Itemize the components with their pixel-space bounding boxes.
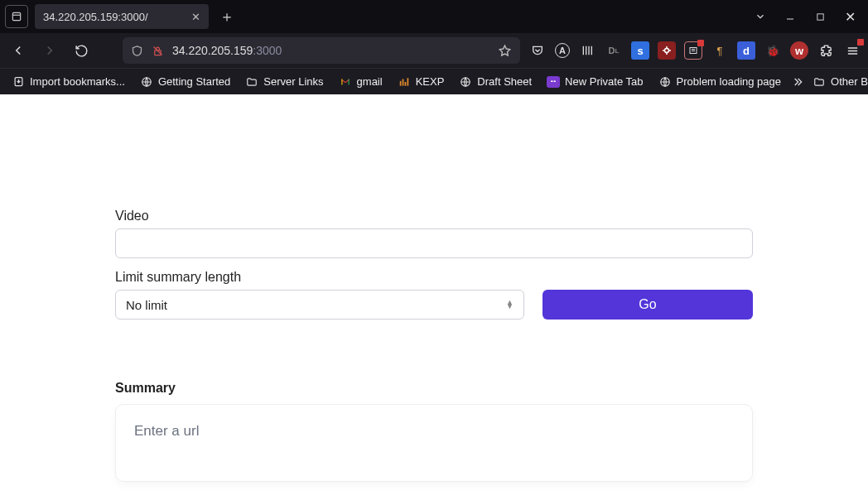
summary-card: Enter a url [115, 404, 753, 482]
ext-grid-icon[interactable] [578, 41, 596, 60]
svg-rect-10 [407, 78, 408, 85]
pocket-icon[interactable] [528, 41, 547, 60]
bookmarks-bar: Import bookmarks... Getting Started Serv… [0, 68, 868, 94]
bookmark-server-links[interactable]: Server Links [239, 72, 330, 92]
svg-point-13 [554, 80, 557, 82]
limit-field-group: Limit summary length No limit ▲▼ [115, 270, 524, 320]
url-bar[interactable]: 34.220.205.159:3000 [123, 37, 520, 64]
new-tab-button[interactable]: ＋ [215, 5, 239, 28]
mask-icon [547, 76, 560, 88]
limit-selected-value: No limit [126, 298, 167, 312]
toolbar-extensions: A DL s ¶ d 🐞 w [528, 41, 861, 60]
navbar: 34.220.205.159:3000 A DL s ¶ d � [0, 33, 868, 68]
close-tab-icon[interactable]: ✕ [191, 11, 200, 23]
import-bookmarks[interactable]: Import bookmarks... [5, 72, 132, 92]
ext-bug-icon[interactable]: 🐞 [764, 41, 782, 60]
video-input[interactable] [115, 228, 753, 258]
svg-rect-7 [399, 80, 401, 85]
tabs-dropdown-icon[interactable] [752, 8, 769, 25]
select-chevron-icon: ▲▼ [506, 300, 514, 309]
page-content: Video Limit summary length No limit ▲▼ G… [0, 94, 868, 495]
browser-chrome: 34.220.205.159:3000/ ✕ ＋ ✕ [0, 0, 868, 94]
svg-rect-0 [12, 12, 20, 20]
go-button[interactable]: Go [542, 290, 753, 320]
folder-icon [245, 75, 258, 89]
import-icon [12, 75, 25, 89]
bookmark-new-private-tab[interactable]: New Private Tab [540, 72, 649, 91]
insecure-lock-icon [152, 45, 164, 57]
ublock-icon[interactable] [658, 41, 676, 60]
extensions-icon[interactable] [817, 41, 835, 60]
svg-rect-9 [404, 82, 406, 86]
ext-a-icon[interactable]: A [555, 43, 570, 58]
folder-icon [813, 75, 826, 89]
ext-key-icon[interactable]: ¶ [711, 41, 729, 60]
bars-icon [398, 75, 411, 89]
ext-dl-icon[interactable]: DL [605, 41, 623, 60]
recent-icon[interactable] [5, 5, 28, 28]
bookmark-draft-sheet[interactable]: Draft Sheet [452, 72, 538, 92]
limit-label: Limit summary length [115, 270, 524, 285]
bookmark-getting-started[interactable]: Getting Started [133, 72, 237, 92]
globe-icon [140, 75, 153, 89]
other-bookmarks[interactable]: Other Bookmarks [806, 72, 868, 92]
close-window-icon[interactable]: ✕ [841, 8, 858, 25]
forward-button [38, 39, 61, 62]
ext-news-icon[interactable] [684, 41, 702, 60]
tab-title: 34.220.205.159:3000/ [43, 11, 148, 23]
video-label: Video [115, 209, 753, 223]
limit-select[interactable]: No limit ▲▼ [115, 290, 524, 320]
gmail-icon [339, 75, 352, 89]
globe-icon [459, 75, 472, 89]
minimize-icon[interactable] [782, 8, 798, 25]
summary-heading: Summary [115, 381, 753, 396]
bookmark-gmail[interactable]: gmail [332, 72, 389, 92]
bookmark-kexp[interactable]: KEXP [391, 72, 451, 92]
browser-tab[interactable]: 34.220.205.159:3000/ ✕ [35, 4, 209, 29]
bookmark-problem-loading[interactable]: Problem loading page [652, 72, 788, 92]
globe-icon [658, 75, 672, 89]
svg-rect-1 [817, 13, 822, 19]
bookmarks-overflow-icon[interactable] [791, 75, 804, 89]
video-field-group: Video [115, 209, 753, 258]
ext-d-icon[interactable]: d [737, 41, 755, 60]
menu-icon[interactable] [843, 41, 861, 60]
bookmark-star-icon[interactable] [498, 44, 512, 58]
ext-s-icon[interactable]: s [631, 41, 649, 60]
shield-icon [131, 45, 143, 57]
back-button[interactable] [7, 39, 30, 62]
maximize-icon[interactable] [812, 8, 828, 25]
url-text: 34.220.205.159:3000 [172, 44, 489, 57]
svg-point-3 [665, 49, 669, 53]
summary-placeholder: Enter a url [134, 423, 199, 439]
ext-w-icon[interactable]: w [790, 41, 808, 60]
titlebar: 34.220.205.159:3000/ ✕ ＋ ✕ [0, 0, 868, 33]
svg-rect-8 [402, 79, 403, 85]
svg-point-12 [551, 80, 553, 82]
reload-button[interactable] [70, 39, 93, 62]
